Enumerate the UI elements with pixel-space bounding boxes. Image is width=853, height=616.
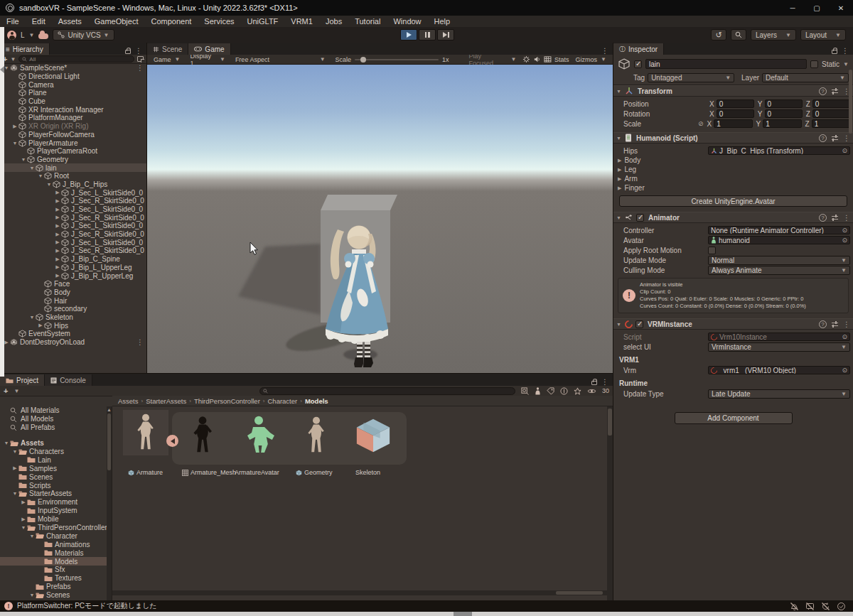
help-icon[interactable] [819, 134, 827, 142]
tab-console[interactable]: Console [45, 374, 92, 386]
project-tree-item[interactable]: ▼Character [0, 531, 112, 540]
project-tree-item[interactable]: Animations [0, 540, 112, 549]
item-menu-icon[interactable] [136, 338, 146, 346]
foldout-icon[interactable]: ▼ [616, 136, 622, 141]
project-tree-item[interactable]: All Materials [0, 406, 112, 415]
scene-picker-icon[interactable] [137, 56, 144, 62]
content-scrollbar[interactable] [607, 406, 613, 600]
project-tree-item[interactable]: Prefabs [0, 583, 112, 591]
project-tree-item[interactable]: Scenes [0, 472, 112, 481]
menu-assets[interactable]: Assets [52, 17, 88, 26]
menu-jobs[interactable]: Jobs [319, 17, 348, 26]
update-mode-dropdown[interactable]: Normal ▼ [708, 256, 850, 265]
object-picker-icon[interactable]: ⊙ [842, 227, 847, 234]
foldout-icon[interactable]: ▼ [616, 89, 622, 94]
scale-slider-handle[interactable] [360, 57, 366, 63]
foldout-icon[interactable]: ▼ [3, 441, 10, 445]
horizontal-scrollbar[interactable] [112, 590, 607, 595]
project-tree-item[interactable]: ▶Environment [0, 498, 112, 507]
foldout-icon[interactable]: ▼ [11, 141, 18, 146]
add-component-button[interactable]: Add Component [675, 412, 793, 424]
hips-object-field[interactable]: J_Bip_C_Hips (Transform) ⊙ [708, 146, 850, 155]
project-tree-scrollbar[interactable]: ▲ [107, 406, 112, 600]
lock-icon[interactable] [591, 381, 597, 385]
foldout-leg[interactable]: ▶Leg [616, 165, 850, 174]
hierarchy-item[interactable]: EventSystem [0, 330, 146, 338]
display-dropdown[interactable]: Display 1 ▼ [186, 55, 228, 64]
presets-icon[interactable] [832, 135, 838, 141]
presets-icon[interactable] [832, 88, 838, 94]
project-menu-icon[interactable] [601, 378, 608, 386]
humanoid-header[interactable]: ▼ Humanoid (Script) [613, 133, 853, 144]
metrics-grid-icon[interactable] [544, 55, 552, 63]
hierarchy-item[interactable]: PlayerCameraRoot [0, 147, 146, 156]
project-tree-item[interactable]: Scripts [0, 481, 112, 490]
tasks-done-icon[interactable] [837, 602, 846, 611]
script-object-field[interactable]: Vrm10Instance ⊙ [708, 333, 850, 341]
menu-component[interactable]: Component [144, 17, 198, 26]
name-field[interactable]: lain [645, 59, 807, 69]
foldout-arm[interactable]: ▶Arm [616, 174, 850, 183]
project-search-input[interactable] [259, 387, 515, 395]
refresh-muted-icon[interactable] [821, 602, 830, 611]
stats-toggle[interactable]: Stats [554, 56, 569, 63]
update-type-dropdown[interactable]: Late Update ▼ [708, 389, 850, 399]
hidden-count-eye-icon[interactable] [587, 388, 596, 394]
foldout-icon[interactable]: ▼ [28, 534, 36, 539]
foldout-icon[interactable]: ▼ [616, 322, 622, 327]
create-asset-button[interactable]: + [4, 387, 8, 394]
object-picker-icon[interactable]: ⊙ [842, 333, 847, 340]
component-menu-icon[interactable] [843, 320, 850, 328]
hierarchy-item[interactable]: Body [0, 288, 146, 297]
item-menu-icon[interactable] [136, 64, 146, 72]
menu-help[interactable]: Help [428, 17, 457, 26]
apply-root-motion-checkbox[interactable] [708, 247, 716, 254]
create-avatar-button[interactable]: Create UnityEngine.Avatar [619, 195, 847, 207]
object-picker-icon[interactable]: ⊙ [842, 147, 847, 154]
vrm-enabled-checkbox[interactable] [635, 320, 643, 328]
project-tree-item[interactable]: ▼StarterAssets [0, 490, 112, 498]
asset-armature-mesh[interactable] [180, 413, 225, 458]
hierarchy-item[interactable]: ▼SampleScene* [0, 64, 146, 72]
gameobject-cube-icon[interactable] [618, 58, 631, 70]
help-icon[interactable] [819, 213, 827, 222]
tab-hierarchy[interactable]: ≡ Hierarchy [0, 43, 50, 55]
vrm-object-field[interactable]: _vrm1_ (VRM10 Object) ⊙ [708, 366, 850, 374]
close-button[interactable]: ✕ [829, 0, 853, 16]
project-tree-item[interactable]: Models [0, 557, 112, 566]
layer-dropdown[interactable]: Default ▼ [762, 73, 849, 82]
tab-scene[interactable]: Scene [147, 43, 188, 55]
game-viewport[interactable] [147, 65, 613, 373]
project-tree-item[interactable]: Textures [0, 574, 112, 583]
animator-enabled-checkbox[interactable] [636, 214, 644, 222]
minimize-button[interactable]: ─ [780, 0, 805, 16]
play-focused-dropdown[interactable]: Play Focused ▼ [466, 55, 520, 64]
rotation-x-field[interactable]: 0 [717, 109, 754, 118]
scale-x-field[interactable]: 1 [714, 119, 752, 128]
foldout-icon[interactable]: ▼ [37, 173, 44, 178]
foldout-body[interactable]: ▶Body [616, 156, 850, 165]
transform-header[interactable]: ▼ Transform [613, 86, 853, 97]
hierarchy-item[interactable]: ▼J_Bip_C_Hips [0, 180, 146, 189]
hierarchy-item[interactable]: ▶J_Sec_L_SkirtSide0_0 [0, 222, 146, 230]
game-menu-icon[interactable] [601, 47, 608, 55]
hierarchy-item[interactable]: secondary [0, 305, 146, 313]
project-tree-item[interactable]: Sfx [0, 566, 112, 574]
layers-dropdown[interactable]: Layers ▼ [751, 29, 796, 40]
tab-project[interactable]: Project [0, 374, 45, 386]
foldout-icon[interactable]: ▶ [54, 207, 61, 212]
vrminstance-header[interactable]: ▼ VRMInstance [613, 319, 853, 330]
foldout-icon[interactable]: ▼ [45, 182, 53, 187]
account-label[interactable]: L [21, 31, 25, 39]
lock-icon[interactable] [832, 50, 837, 54]
foldout-icon[interactable]: ▼ [20, 525, 27, 530]
asset-armature[interactable] [123, 410, 168, 455]
foldout-icon[interactable]: ▶ [54, 264, 61, 270]
inspector-scrollbar[interactable] [849, 70, 852, 134]
hierarchy-item[interactable]: ▶DontDestroyOnLoad [0, 338, 146, 347]
unity-vcs-button[interactable]: Unity VCS ▼ [53, 29, 114, 40]
foldout-icon[interactable]: ▼ [11, 491, 18, 496]
hierarchy-item[interactable]: ▼Skeleton [0, 313, 146, 322]
asset-geometry[interactable] [294, 413, 339, 458]
hierarchy-item[interactable]: ▶J_Sec_R_SkirtSide0_0 [0, 213, 146, 222]
